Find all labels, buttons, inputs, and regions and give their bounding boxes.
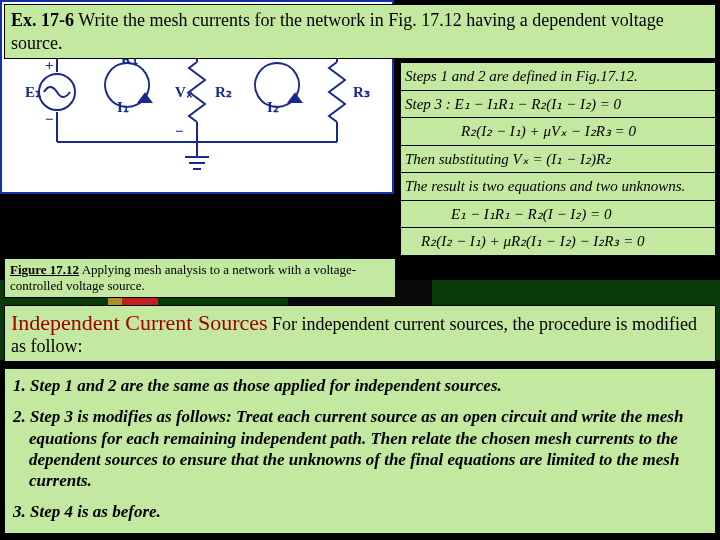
math-line-3: R₂(I₂ − I₁) + μVₓ − I₂R₃ = 0 xyxy=(400,118,716,146)
math-line-5: The result is two equations and two unkn… xyxy=(400,173,716,201)
svg-text:I₁: I₁ xyxy=(117,99,129,115)
figure-caption-box: Figure 17.12 Applying mesh analysis to a… xyxy=(4,258,396,298)
step-1: 1. Step 1 and 2 are the same as those ap… xyxy=(13,375,707,396)
svg-marker-20 xyxy=(139,94,151,102)
svg-text:−: − xyxy=(45,111,54,127)
math-line-1: Steps 1 and 2 are defined in Fig.17.12. xyxy=(400,62,716,91)
svg-text:−: − xyxy=(175,123,184,139)
procedure-steps-box: 1. Step 1 and 2 are the same as those ap… xyxy=(4,368,716,534)
example-text: Write the mesh currents for the network … xyxy=(11,10,664,53)
svg-text:R₃: R₃ xyxy=(353,84,370,100)
svg-marker-21 xyxy=(289,94,301,102)
svg-text:Vₓ: Vₓ xyxy=(175,84,193,100)
ics-title: Independent Current Sources xyxy=(11,310,268,335)
math-line-6: E₁ − I₁R₁ − R₂(I − I₂) = 0 xyxy=(400,201,716,229)
svg-text:+: + xyxy=(45,57,54,73)
example-header-box: Ex. 17-6 Write the mesh currents for the… xyxy=(4,4,716,59)
figure-number: Figure 17.12 xyxy=(10,262,79,277)
independent-current-sources-box: Independent Current Sources For independ… xyxy=(4,305,716,362)
math-line-7: R₂(I₂ − I₁) + μR₂(I₁ − I₂) − I₂R₃ = 0 xyxy=(400,228,716,256)
math-derivation: Steps 1 and 2 are defined in Fig.17.12. … xyxy=(400,62,716,256)
svg-text:R₂: R₂ xyxy=(215,84,232,100)
svg-text:E₁: E₁ xyxy=(25,84,41,100)
step-3: 3. Step 4 is as before. xyxy=(13,501,707,522)
svg-text:I₂: I₂ xyxy=(267,99,279,115)
math-line-4: Then substituting Vₓ = (I₁ − I₂)R₂ xyxy=(400,146,716,174)
step-2: 2. Step 3 is modifies as follows: Treat … xyxy=(13,406,707,491)
example-number: Ex. 17-6 xyxy=(11,10,74,30)
math-line-2: Step 3 : E₁ − I₁R₁ − R₂(I₁ − I₂) = 0 xyxy=(400,91,716,119)
